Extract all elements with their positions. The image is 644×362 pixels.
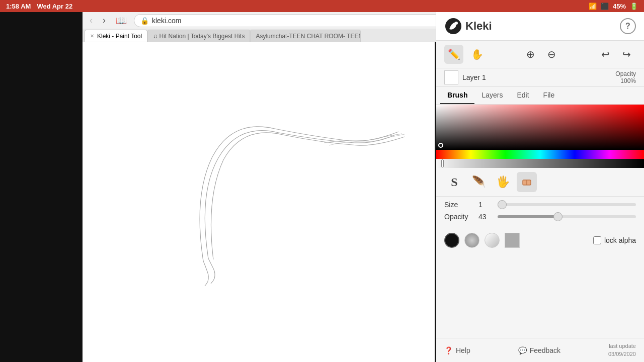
toolbar-row: ✏️ ✋ ⊕ ⊖ ↩ ↪ xyxy=(436,41,644,68)
kleki-logo: Kleki xyxy=(444,17,492,35)
status-bar-left: 1:58 AM Wed Apr 22 xyxy=(6,3,72,10)
color-box-swatch[interactable] xyxy=(505,233,520,248)
tab-kleki[interactable]: ✕ Kleki - Paint Tool xyxy=(85,30,147,42)
right-panel: Kleki ? ✏️ ✋ ⊕ ⊖ ↩ xyxy=(436,12,644,362)
back-button[interactable]: ‹ xyxy=(87,13,96,28)
panel-spacer xyxy=(436,252,644,338)
size-label: Size xyxy=(444,201,474,209)
wifi-icon: 📶 xyxy=(589,3,597,10)
help-circle-icon: ❓ xyxy=(444,346,453,354)
feedback-label: Feedback xyxy=(530,346,560,354)
primary-color-swatch[interactable] xyxy=(444,233,459,248)
last-update-text: last update xyxy=(608,342,636,350)
hand-icon: ✋ xyxy=(471,48,484,60)
forward-button[interactable]: › xyxy=(100,13,109,28)
panel-tabs: Brush Layers Edit File xyxy=(436,87,644,105)
brush-preview-swatch[interactable] xyxy=(485,233,500,248)
fill-brush-button[interactable]: 🪶 xyxy=(468,172,489,192)
opacity-value-slider: 43 xyxy=(478,213,494,221)
redo-button[interactable]: ↪ xyxy=(617,45,636,64)
tab-asylum[interactable]: Asylumchat-TEEN CHAT ROOM- TEENCHAT- ROL… xyxy=(250,30,361,42)
hue-bar[interactable] xyxy=(436,150,644,159)
feedback-button[interactable]: 💬 Feedback xyxy=(518,346,560,354)
size-slider-row: Size 1 xyxy=(444,201,636,209)
size-value: 1 xyxy=(478,201,494,209)
signal-icon: ⬛ xyxy=(601,3,609,10)
status-bar-right: 📶 ⬛ 45% 🔋 xyxy=(589,3,638,10)
help-footer-button[interactable]: ❓ Help xyxy=(444,346,470,354)
tool-group-left: ✏️ ✋ xyxy=(444,45,487,64)
lock-alpha-label: lock alpha xyxy=(604,236,636,244)
lock-alpha-checkbox[interactable] xyxy=(593,236,601,244)
color-section xyxy=(436,105,644,168)
gradient-picker-cursor xyxy=(438,143,443,148)
feedback-icon: 💬 xyxy=(518,346,527,354)
help-footer-label: Help xyxy=(456,346,470,354)
battery-icon: 🔋 xyxy=(630,3,638,10)
svg-point-1 xyxy=(455,22,458,25)
panel-footer: ❓ Help 💬 Feedback last update 03/09/2020 xyxy=(436,338,644,362)
status-bar: 1:58 AM Wed Apr 22 📶 ⬛ 45% 🔋 xyxy=(0,0,644,12)
kleki-logo-icon xyxy=(444,17,462,35)
brush-options: lock alpha xyxy=(436,229,644,252)
tab-label-asylum: Asylumchat-TEEN CHAT ROOM- TEENCHAT- ROL… xyxy=(256,33,361,40)
lock-alpha-row: lock alpha xyxy=(593,236,636,244)
left-bezel xyxy=(0,0,83,362)
opacity-slider[interactable] xyxy=(498,215,636,218)
tab-brush[interactable]: Brush xyxy=(440,87,474,104)
sliders-section: Size 1 Opacity 43 xyxy=(436,197,644,229)
last-update: last update 03/09/2020 xyxy=(608,342,636,358)
tab-label-hitnation: ♫ Hit Nation | Today's Biggest Hits xyxy=(153,33,245,40)
bookmarks-button[interactable]: 📖 xyxy=(113,13,130,28)
tab-close-kleki[interactable]: ✕ xyxy=(90,33,94,39)
zoom-out-icon: ⊖ xyxy=(547,48,556,60)
alpha-cursor xyxy=(441,159,444,167)
url-text: kleki.com xyxy=(152,17,181,25)
layer-row: Layer 1 Opacity 100% xyxy=(436,68,644,87)
canvas-area[interactable] xyxy=(83,42,435,362)
opacity-slider-row: Opacity 43 xyxy=(444,213,636,221)
lock-icon: 🔒 xyxy=(140,17,149,25)
tab-hitnation[interactable]: ♫ Hit Nation | Today's Biggest Hits xyxy=(147,30,250,42)
tab-label-kleki: Kleki - Paint Tool xyxy=(97,33,142,40)
layer-name: Layer 1 xyxy=(462,73,486,81)
brush-icon: ✏️ xyxy=(448,48,460,60)
layer-thumbnail xyxy=(444,70,458,84)
alpha-bar[interactable] xyxy=(436,159,644,168)
tab-edit[interactable]: Edit xyxy=(510,87,536,104)
kleki-logo-text: Kleki xyxy=(465,20,492,33)
undo-button[interactable]: ↩ xyxy=(596,45,615,64)
zoom-out-button[interactable]: ⊖ xyxy=(542,45,561,64)
tab-layers[interactable]: Layers xyxy=(474,87,510,104)
date: Wed Apr 22 xyxy=(37,3,72,10)
tab-file[interactable]: File xyxy=(536,87,562,104)
smudge-brush-button[interactable]: 🖐 xyxy=(493,172,513,192)
pattern-swatch[interactable] xyxy=(464,233,479,248)
kleki-header: Kleki ? xyxy=(436,12,644,41)
help-question-mark: ? xyxy=(625,22,630,30)
eraser-brush-button[interactable] xyxy=(517,172,537,192)
undo-group: ↩ ↪ xyxy=(596,45,636,64)
opacity-label: Opacity xyxy=(615,70,636,77)
zoom-in-icon: ⊕ xyxy=(526,48,535,60)
size-slider[interactable] xyxy=(498,203,636,206)
undo-icon: ↩ xyxy=(601,48,610,60)
help-icon-button[interactable]: ? xyxy=(620,18,636,34)
gradient-picker[interactable] xyxy=(436,105,644,150)
zoom-group: ⊕ ⊖ xyxy=(521,45,561,64)
opacity-value: 100% xyxy=(615,77,636,84)
opacity-label-slider: Opacity xyxy=(444,213,474,221)
battery-label: 45% xyxy=(613,3,626,10)
hand-tool-button[interactable]: ✋ xyxy=(467,45,487,64)
zoom-in-button[interactable]: ⊕ xyxy=(521,45,540,64)
brush-tools: S 🪶 🖐 xyxy=(436,168,644,197)
redo-icon: ↪ xyxy=(622,48,631,60)
time: 1:58 AM xyxy=(6,3,31,10)
stroke-brush-button[interactable]: S xyxy=(444,172,464,192)
gradient-picker-overlay xyxy=(436,105,644,150)
brush-tool-button[interactable]: ✏️ xyxy=(444,45,463,64)
last-update-date: 03/09/2020 xyxy=(608,350,636,358)
eraser-icon xyxy=(521,176,533,188)
drawing-svg xyxy=(83,42,435,362)
